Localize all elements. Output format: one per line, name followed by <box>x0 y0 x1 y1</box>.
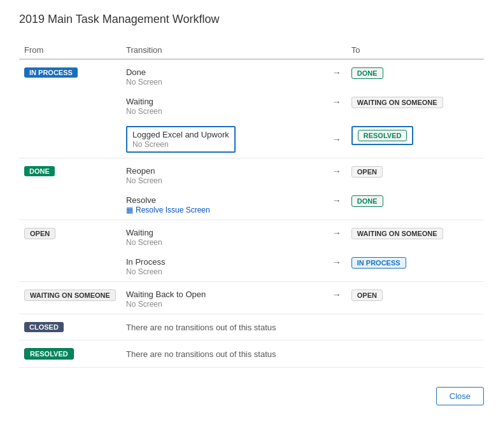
col-header-arrow <box>327 41 346 59</box>
to-badge: OPEN <box>351 166 383 178</box>
no-screen-label: No Screen <box>126 238 322 247</box>
col-header-from: From <box>19 41 121 59</box>
arrow-icon: → <box>330 166 344 176</box>
transition-name: Waiting Back to Open <box>126 290 322 299</box>
transition-name: Reopen <box>126 166 322 176</box>
table-row: CLOSED There are no transitions out of t… <box>19 314 484 340</box>
to-badge: DONE <box>351 67 383 79</box>
no-screen-label: No Screen <box>126 300 322 309</box>
highlighted-to-box: RESOLVED <box>351 126 414 145</box>
transition-name: Done <box>126 67 322 77</box>
status-badge: RESOLVED <box>24 348 74 360</box>
status-badge: CLOSED <box>24 322 64 332</box>
to-badge: IN PROCESS <box>351 257 406 269</box>
col-header-to: To <box>346 41 484 59</box>
table-row: WAITING ON SOMEONE Waiting Back to Open … <box>19 282 484 314</box>
status-badge: IN PROCESS <box>24 67 78 78</box>
status-badge: WAITING ON SOMEONE <box>24 290 116 301</box>
workflow-table: From Transition To IN PROCESS Done No Sc… <box>19 41 484 368</box>
table-row: OPEN Waiting No Screen → WAITING ON SOME… <box>19 220 484 253</box>
screen-link[interactable]: Resolve Issue Screen <box>126 206 210 214</box>
to-badge: DONE <box>351 195 383 207</box>
arrow-icon: → <box>330 67 344 78</box>
no-screen-label: No Screen <box>126 78 322 87</box>
no-transitions-text: There are no transitions out of this sta… <box>126 349 276 359</box>
no-screen-label: No Screen <box>132 140 229 149</box>
transition-name: Resolve <box>126 195 322 205</box>
table-row: RESOLVED There are no transitions out of… <box>19 340 484 368</box>
no-screen-label: No Screen <box>126 176 322 185</box>
to-badge: WAITING ON SOMEONE <box>351 97 443 108</box>
transition-name: Waiting <box>126 228 322 237</box>
highlighted-transition-box: Logged Excel and Upwork No Screen <box>126 126 236 153</box>
table-row: DONE Reopen No Screen → OPEN <box>19 158 484 191</box>
to-badge: WAITING ON SOMEONE <box>351 228 443 239</box>
no-transitions-text: There are no transitions out of this sta… <box>126 323 276 332</box>
arrow-icon: → <box>330 134 344 144</box>
transition-name: Waiting <box>126 97 322 106</box>
no-screen-label: No Screen <box>126 267 322 276</box>
arrow-icon: → <box>330 97 344 107</box>
arrow-icon: → <box>330 228 344 238</box>
arrow-icon: → <box>330 195 344 206</box>
transition-name: Logged Excel and Upwork <box>132 130 229 139</box>
close-button[interactable]: Close <box>436 387 484 405</box>
page-title: 2019 Main Task Management Workflow <box>19 13 484 26</box>
to-badge: OPEN <box>351 290 383 301</box>
table-row: IN PROCESS Done No Screen → DONE <box>19 59 484 92</box>
col-header-transition: Transition <box>121 41 327 59</box>
status-badge: DONE <box>24 166 55 176</box>
transition-name: In Process <box>126 257 322 267</box>
status-badge: OPEN <box>24 228 55 239</box>
no-screen-label: No Screen <box>126 107 322 116</box>
to-badge: RESOLVED <box>358 130 407 141</box>
arrow-icon: → <box>330 257 344 267</box>
arrow-icon: → <box>330 290 344 300</box>
